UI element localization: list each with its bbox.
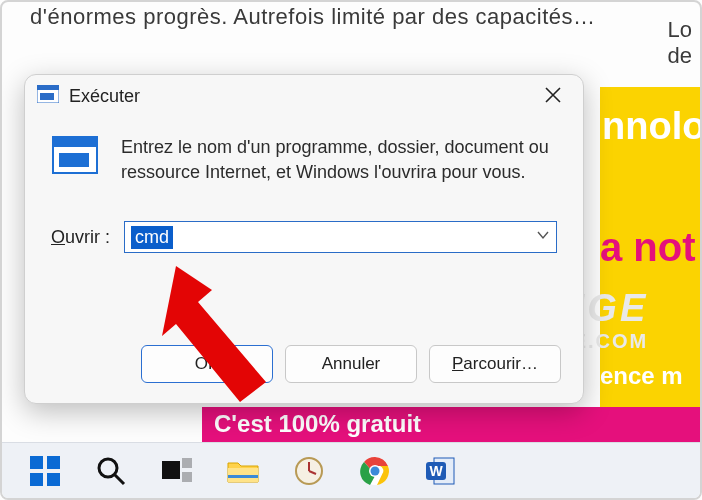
- close-icon: [545, 87, 561, 103]
- svg-point-23: [371, 466, 380, 475]
- svg-rect-9: [30, 473, 43, 486]
- clock-icon: [294, 456, 324, 486]
- open-label: Ouvrir :: [51, 227, 110, 248]
- dialog-title: Exécuter: [69, 86, 140, 107]
- start-button[interactable]: [28, 454, 62, 488]
- task-view-button[interactable]: [160, 454, 194, 488]
- windows-icon: [30, 456, 60, 486]
- run-icon: [37, 85, 59, 107]
- svg-rect-8: [47, 456, 60, 469]
- folder-icon: [227, 458, 259, 484]
- svg-rect-2: [40, 93, 54, 100]
- chrome-button[interactable]: [358, 454, 392, 488]
- background-article-right: Lo de: [668, 17, 692, 69]
- search-icon: [96, 456, 126, 486]
- svg-rect-13: [162, 461, 180, 479]
- word-icon: W: [426, 456, 456, 486]
- search-button[interactable]: [94, 454, 128, 488]
- clock-gadget-button[interactable]: [292, 454, 326, 488]
- background-article-fragment: d'énormes progrès. Autrefois limité par …: [30, 4, 596, 30]
- svg-rect-14: [182, 458, 192, 468]
- svg-rect-1: [37, 85, 59, 90]
- word-button[interactable]: W: [424, 454, 458, 488]
- dialog-footer: OK Annuler Parcourir…: [25, 331, 583, 403]
- background-pink-band: C'est 100% gratuit: [202, 407, 702, 443]
- ok-button[interactable]: OK: [141, 345, 273, 383]
- svg-rect-7: [30, 456, 43, 469]
- dialog-description: Entrez le nom d'un programme, dossier, d…: [121, 135, 557, 185]
- svg-rect-10: [47, 473, 60, 486]
- taskbar: W: [2, 442, 700, 498]
- chrome-icon: [360, 456, 390, 486]
- svg-rect-5: [59, 153, 89, 167]
- svg-rect-4: [53, 137, 97, 147]
- open-combobox[interactable]: cmd: [124, 221, 557, 253]
- svg-line-12: [115, 475, 124, 484]
- open-input-value: cmd: [131, 226, 173, 249]
- svg-rect-15: [182, 472, 192, 482]
- browse-button[interactable]: Parcourir…: [429, 345, 561, 383]
- run-app-icon: [51, 135, 99, 179]
- svg-rect-17: [228, 475, 258, 478]
- close-button[interactable]: [535, 79, 571, 113]
- file-explorer-button[interactable]: [226, 454, 260, 488]
- chevron-down-icon[interactable]: [536, 228, 550, 246]
- svg-point-11: [99, 459, 117, 477]
- run-dialog: Exécuter Entrez le nom d'un programme, d…: [24, 74, 584, 404]
- background-banner: nnolo a not ence m: [600, 87, 700, 417]
- task-view-icon: [162, 458, 192, 484]
- cancel-button[interactable]: Annuler: [285, 345, 417, 383]
- titlebar: Exécuter: [25, 75, 583, 117]
- svg-text:W: W: [429, 463, 443, 479]
